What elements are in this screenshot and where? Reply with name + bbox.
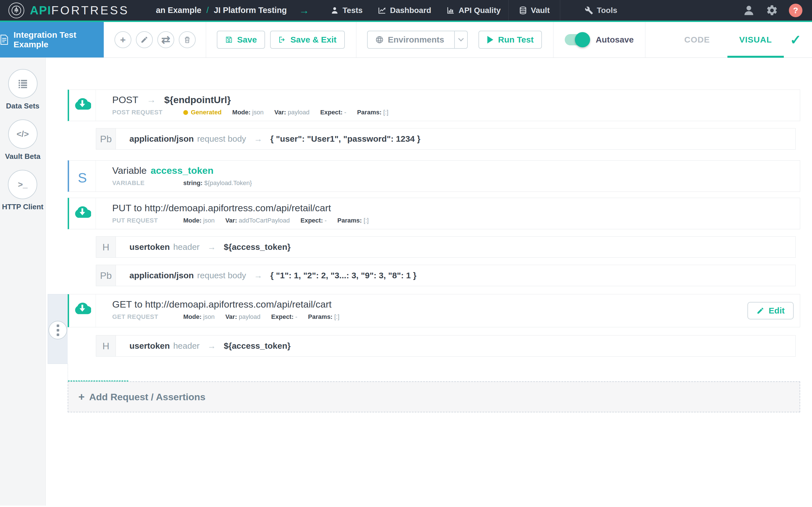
globe-icon xyxy=(375,36,384,44)
meta-params: Params:[:] xyxy=(357,109,388,116)
tab-code[interactable]: CODE xyxy=(670,22,725,57)
unit-variable[interactable]: S Variable access_token VARIABLE string:… xyxy=(68,160,800,192)
row-kind: header xyxy=(173,242,199,252)
sidebar-item-vault-beta[interactable]: </> Vault Beta xyxy=(5,119,41,161)
drop-zone-indicator xyxy=(68,364,812,381)
put-body-row[interactable]: Pb application/json request body → { "1"… xyxy=(96,265,796,286)
request-url: ${endpointUrl} xyxy=(164,94,231,105)
user-account-icon[interactable] xyxy=(743,4,755,17)
nav-item-vault[interactable]: Vault xyxy=(508,0,560,20)
unit-title: PUT to http://demoapi.apifortress.com/ap… xyxy=(112,203,800,214)
meta-expect: Expect:- xyxy=(301,217,327,224)
sidebar-item-http-client[interactable]: >_ HTTP Client xyxy=(2,170,43,211)
content-type: application/json xyxy=(130,271,194,280)
header-name: usertoken xyxy=(130,341,170,351)
tab-visual[interactable]: VISUAL xyxy=(725,22,786,57)
bar-chart-icon xyxy=(446,6,455,15)
breadcrumb-project[interactable]: an Example xyxy=(156,6,201,15)
dot xyxy=(57,334,59,336)
view-tabs: CODE VISUAL ✓ xyxy=(670,22,812,57)
meta-mode: Mode:json xyxy=(232,109,264,116)
row-kind: request body xyxy=(197,134,246,144)
unit-action-buttons: + ⇄ xyxy=(114,31,196,48)
unit-icon-cell xyxy=(69,294,96,327)
set-variable-icon: S xyxy=(78,167,87,191)
apifortress-logo[interactable]: APIFORTRESS xyxy=(8,3,129,18)
test-name-label: Integration Test Example xyxy=(13,30,104,49)
autosave-label: Autosave xyxy=(596,35,634,45)
add-request-assertions-button[interactable]: + Add Request / Assertions xyxy=(68,381,800,412)
trash-icon xyxy=(183,36,191,44)
content-type: application/json xyxy=(130,134,194,144)
test-toolbar: Integration Test Example + ⇄ Save Sa xyxy=(0,22,812,58)
test-canvas: POST → ${endpointUrl} POST REQUEST Gener… xyxy=(46,58,812,506)
delete-unit-button[interactable] xyxy=(179,31,196,48)
unit-put-request[interactable]: PUT to http://demoapi.apifortress.com/ap… xyxy=(68,198,800,229)
run-test-button[interactable]: Run Test xyxy=(478,31,542,49)
post-body-badge: Pb xyxy=(96,128,116,149)
meta-expect: Expect:- xyxy=(320,109,347,116)
edit-unit-button[interactable] xyxy=(136,31,153,48)
generated-badge: Generated xyxy=(183,109,221,116)
play-icon xyxy=(487,36,494,44)
save-button[interactable]: Save xyxy=(217,31,265,49)
cloud-download-icon xyxy=(73,300,91,327)
unit-body: GET to http://demoapi.apifortress.com/ap… xyxy=(96,294,748,327)
unit-options-button[interactable] xyxy=(49,321,67,339)
meta-var: Var:addToCartPayload xyxy=(225,217,290,224)
save-exit-button[interactable]: Save & Exit xyxy=(270,31,345,49)
meta-params: Params:[:] xyxy=(308,313,340,321)
pencil-icon xyxy=(140,36,148,44)
unit-kind-label: POST REQUEST xyxy=(112,109,183,116)
post-body-row[interactable]: Pb application/json request body → { "us… xyxy=(96,128,796,150)
breadcrumb-separator: / xyxy=(206,6,209,15)
add-unit-button[interactable]: + xyxy=(114,31,132,48)
help-icon[interactable]: ? xyxy=(789,4,802,17)
unit-get-request[interactable]: GET to http://demoapi.apifortress.com/ap… xyxy=(68,294,800,364)
environments-dropdown[interactable]: Environments xyxy=(367,31,468,49)
nav-item-label: API Quality xyxy=(458,6,500,15)
nav-item-api-quality[interactable]: API Quality xyxy=(439,0,508,20)
unit-icon-cell: S xyxy=(69,161,96,191)
chevron-down-icon xyxy=(458,36,464,41)
logo-wordmark: APIFORTRESS xyxy=(30,4,129,17)
document-icon xyxy=(0,35,8,45)
row-value: { "1": 1, "2": 2, "3...: 3, "9": 3, "8":… xyxy=(270,271,416,280)
save-exit-label: Save & Exit xyxy=(290,35,336,45)
fortress-emblem-icon xyxy=(8,3,24,18)
nav-item-tests[interactable]: Tests xyxy=(323,0,370,20)
logo-api-text: API xyxy=(30,4,51,17)
arrow-icon: → xyxy=(254,271,262,280)
unit-meta-row: GET REQUEST Mode:json Var:payload Expect… xyxy=(112,313,748,321)
unit-meta-row: VARIABLE string:${payload.Token} xyxy=(112,179,800,187)
environments-chevron[interactable] xyxy=(454,31,467,48)
get-header-row[interactable]: H usertoken header → ${access_token} xyxy=(96,335,796,356)
get-unit-header: GET to http://demoapi.apifortress.com/ap… xyxy=(68,294,800,327)
logo-fortress-text: FORTRESS xyxy=(51,4,129,17)
tests-icon xyxy=(331,6,339,15)
settings-gear-icon[interactable] xyxy=(766,4,778,17)
breadcrumb-test-name[interactable]: JI Platform Testing xyxy=(214,6,287,15)
put-header-row[interactable]: H usertoken header → ${access_token} xyxy=(96,236,796,258)
toggle-knob xyxy=(575,32,590,47)
sidebar-item-label: Data Sets xyxy=(6,102,40,110)
edit-unit-button[interactable]: Edit xyxy=(748,302,794,320)
sidebar-item-data-sets[interactable]: Data Sets xyxy=(6,69,40,110)
autosave-toggle[interactable] xyxy=(565,34,589,45)
nav-item-tools[interactable]: Tools xyxy=(577,0,625,20)
reorder-units-button[interactable]: ⇄ xyxy=(157,31,174,48)
unit-title: GET to http://demoapi.apifortress.com/ap… xyxy=(112,299,748,310)
meta-expect: Expect:- xyxy=(271,313,297,321)
unit-title: Variable access_token xyxy=(112,165,800,176)
toolbar-divider xyxy=(356,22,356,57)
breadcrumb-arrow-icon: → xyxy=(299,4,309,16)
pencil-icon xyxy=(756,307,764,315)
nav-item-dashboard[interactable]: Dashboard xyxy=(370,0,439,20)
test-name-button[interactable]: Integration Test Example xyxy=(0,22,104,57)
unit-post-request[interactable]: POST → ${endpointUrl} POST REQUEST Gener… xyxy=(68,90,800,121)
breadcrumb: an Example / JI Platform Testing → xyxy=(156,4,309,16)
nav-menu: Tests Dashboard API Quality Vault Tools xyxy=(323,0,625,20)
top-navbar: APIFORTRESS an Example / JI Platform Tes… xyxy=(0,0,812,22)
dashboard-icon xyxy=(378,6,386,15)
row-kind: header xyxy=(173,341,199,351)
